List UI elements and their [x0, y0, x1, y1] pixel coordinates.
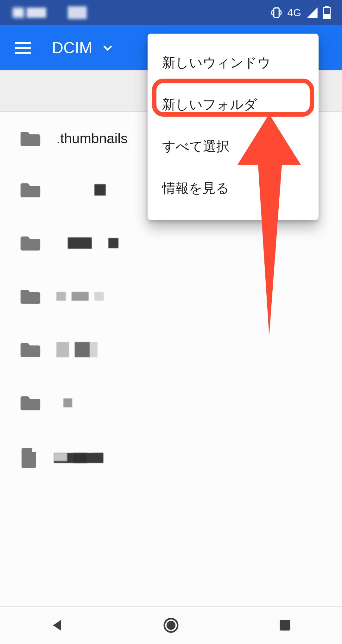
phone-vibrate-icon [270, 6, 283, 19]
hamburger-menu-button[interactable] [13, 38, 32, 57]
list-item[interactable] [0, 323, 342, 376]
svg-rect-5 [15, 47, 31, 49]
status-left-redacted [13, 6, 95, 20]
file-name-redacted [56, 237, 118, 249]
folder-icon [20, 235, 41, 251]
nav-recents-button[interactable] [266, 613, 304, 638]
network-type-label: 4G [287, 7, 301, 19]
file-name-label: .thumbnails [56, 131, 128, 146]
menu-item-new-window[interactable]: 新しいウィンドウ [148, 42, 319, 84]
file-icon [20, 448, 38, 468]
folder-path-dropdown[interactable]: DCIM [52, 39, 113, 57]
file-name-redacted [56, 398, 72, 407]
folder-icon [20, 395, 41, 411]
current-folder-title: DCIM [52, 39, 92, 57]
list-item[interactable] [0, 429, 342, 468]
svg-rect-3 [323, 14, 331, 19]
folder-icon [20, 182, 41, 198]
menu-item-new-folder[interactable]: 新しいフォルダ [148, 84, 319, 126]
file-name-redacted [56, 342, 98, 357]
folder-icon [20, 288, 41, 305]
folder-icon [20, 341, 41, 358]
nav-back-button[interactable] [38, 613, 76, 638]
status-bar: 4G [0, 0, 342, 25]
list-item[interactable] [0, 216, 342, 270]
svg-rect-0 [274, 8, 279, 17]
svg-point-8 [167, 621, 174, 629]
file-name-redacted [56, 184, 106, 196]
battery-icon [323, 6, 331, 19]
signal-icon [306, 6, 319, 19]
svg-rect-6 [15, 52, 31, 54]
list-item[interactable] [0, 376, 342, 429]
menu-item-get-info[interactable]: 情報を見る [148, 167, 319, 209]
svg-rect-9 [280, 620, 290, 631]
overflow-menu-popup: 新しいウィンドウ 新しいフォルダ すべて選択 情報を見る [148, 34, 319, 220]
file-name-redacted [56, 292, 104, 301]
folder-icon [20, 130, 41, 147]
system-navigation-bar [0, 606, 342, 644]
list-item[interactable] [0, 270, 342, 323]
file-name-redacted [54, 453, 103, 463]
menu-item-select-all[interactable]: すべて選択 [148, 126, 319, 167]
svg-rect-4 [15, 42, 31, 44]
nav-home-button[interactable] [152, 613, 190, 638]
chevron-down-icon [102, 42, 113, 54]
